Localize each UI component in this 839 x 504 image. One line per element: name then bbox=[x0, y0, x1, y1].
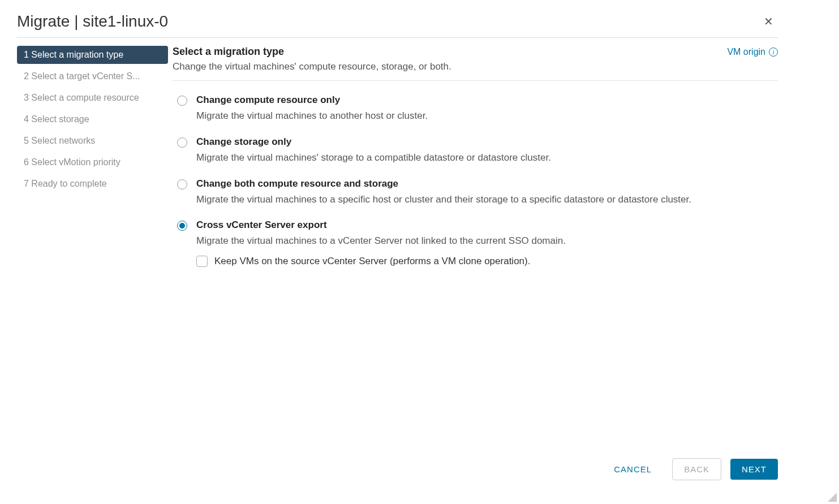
option-desc: Migrate the virtual machines' storage to… bbox=[196, 151, 551, 165]
vm-origin-label: VM origin bbox=[727, 47, 765, 57]
main-panel: Select a migration type Change the virtu… bbox=[173, 46, 778, 451]
wizard-sidebar: 1 Select a migration type 2 Select a tar… bbox=[17, 46, 173, 451]
step-1[interactable]: 1 Select a migration type bbox=[17, 46, 168, 64]
option-desc: Migrate the virtual machines to a specif… bbox=[196, 193, 691, 206]
step-number: 2 bbox=[24, 71, 29, 81]
close-icon[interactable]: ✕ bbox=[759, 12, 778, 31]
option-text: Change storage only Migrate the virtual … bbox=[196, 136, 551, 165]
back-button: BACK bbox=[672, 458, 721, 480]
main-header: Select a migration type Change the virtu… bbox=[173, 46, 778, 81]
radio-storage-only[interactable] bbox=[177, 137, 187, 148]
radio-cross-vcenter[interactable] bbox=[177, 221, 187, 231]
cancel-button[interactable]: CANCEL bbox=[603, 459, 663, 480]
step-4: 4 Select storage bbox=[17, 110, 168, 128]
step-number: 7 bbox=[24, 179, 29, 188]
option-title: Change storage only bbox=[196, 136, 551, 148]
keep-vms-row: Keep VMs on the source vCenter Server (p… bbox=[196, 256, 566, 267]
option-title: Cross vCenter Server export bbox=[196, 219, 566, 231]
dialog-title-bar: Migrate | site1-linux-0 ✕ bbox=[17, 12, 778, 38]
page-subtitle: Change the virtual machines' compute res… bbox=[173, 61, 451, 72]
step-label: Select a migration type bbox=[31, 50, 123, 59]
step-label: Ready to complete bbox=[31, 179, 106, 188]
step-label: Select a target vCenter S... bbox=[31, 71, 140, 81]
step-2: 2 Select a target vCenter S... bbox=[17, 67, 168, 85]
migration-options: Change compute resource only Migrate the… bbox=[173, 94, 778, 281]
migrate-dialog: Migrate | site1-linux-0 ✕ 1 Select a mig… bbox=[17, 12, 778, 480]
step-5: 5 Select networks bbox=[17, 132, 168, 150]
keep-vms-checkbox[interactable] bbox=[196, 256, 208, 267]
option-text: Change compute resource only Migrate the… bbox=[196, 94, 428, 123]
option-text: Cross vCenter Server export Migrate the … bbox=[196, 219, 566, 267]
option-storage-only: Change storage only Migrate the virtual … bbox=[177, 136, 778, 165]
radio-both[interactable] bbox=[177, 179, 187, 189]
option-text: Change both compute resource and storage… bbox=[196, 178, 691, 206]
main-header-text: Select a migration type Change the virtu… bbox=[173, 46, 451, 72]
step-6: 6 Select vMotion priority bbox=[17, 153, 168, 171]
dialog-body: 1 Select a migration type 2 Select a tar… bbox=[17, 46, 778, 451]
dialog-title: Migrate | site1-linux-0 bbox=[17, 12, 168, 31]
resize-handle-icon[interactable] bbox=[828, 493, 837, 502]
step-number: 3 bbox=[24, 93, 29, 102]
option-both: Change both compute resource and storage… bbox=[177, 178, 778, 206]
step-label: Select storage bbox=[31, 114, 89, 124]
step-label: Select vMotion priority bbox=[31, 157, 120, 167]
option-title: Change both compute resource and storage bbox=[196, 178, 691, 189]
radio-compute-only[interactable] bbox=[177, 96, 187, 106]
dialog-footer: CANCEL BACK NEXT bbox=[17, 451, 778, 480]
option-desc: Migrate the virtual machines to a vCente… bbox=[196, 234, 566, 248]
step-label: Select networks bbox=[31, 136, 95, 145]
step-number: 1 bbox=[24, 50, 29, 59]
step-number: 4 bbox=[24, 114, 29, 124]
keep-vms-label: Keep VMs on the source vCenter Server (p… bbox=[214, 256, 530, 267]
option-compute-only: Change compute resource only Migrate the… bbox=[177, 94, 778, 123]
option-cross-vcenter: Cross vCenter Server export Migrate the … bbox=[177, 219, 778, 267]
step-label: Select a compute resource bbox=[31, 93, 139, 102]
page-title: Select a migration type bbox=[173, 46, 451, 58]
option-desc: Migrate the virtual machines to another … bbox=[196, 109, 428, 123]
option-title: Change compute resource only bbox=[196, 94, 428, 106]
step-7: 7 Ready to complete bbox=[17, 175, 168, 193]
step-number: 5 bbox=[24, 136, 29, 145]
info-icon: i bbox=[769, 48, 778, 57]
step-number: 6 bbox=[24, 157, 29, 167]
step-3: 3 Select a compute resource bbox=[17, 89, 168, 107]
next-button[interactable]: NEXT bbox=[730, 459, 778, 480]
vm-origin-link[interactable]: VM origin i bbox=[727, 47, 778, 57]
